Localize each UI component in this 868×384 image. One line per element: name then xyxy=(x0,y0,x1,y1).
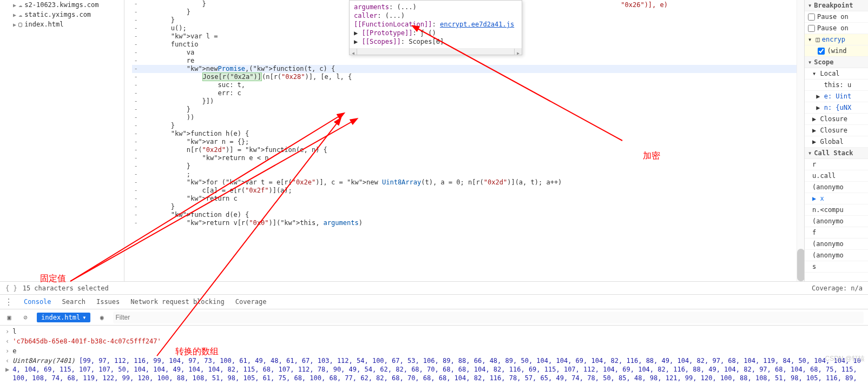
console-input-row: ›l xyxy=(0,327,868,336)
scope-item[interactable]: ▶ Global xyxy=(805,136,868,148)
scope-item[interactable]: ▶ e: Uint xyxy=(805,91,868,102)
eye-icon[interactable]: ◉ xyxy=(97,313,107,322)
callstack-frame[interactable]: ▶ x xyxy=(805,193,868,204)
scrollbar[interactable] xyxy=(797,0,804,281)
function-tooltip: "0x26")], e) arguments: (...) caller: (.… xyxy=(349,0,522,55)
callstack-frame[interactable]: r xyxy=(805,159,868,170)
scope-item[interactable]: ▶ n: {uNX xyxy=(805,102,868,114)
console-input-row: ›e xyxy=(0,346,868,356)
callstack-frame[interactable]: (anonymo xyxy=(805,216,868,227)
scope-item: this: u xyxy=(805,80,868,91)
sidebar-toggle-icon[interactable]: ▣ xyxy=(4,313,14,322)
selection-status: 15 characters selected xyxy=(23,284,109,292)
cloud-icon: ☁ xyxy=(18,11,22,18)
clear-console-icon[interactable]: ⊘ xyxy=(21,313,30,322)
function-location-link[interactable]: encrypt.ee7d2a41.js xyxy=(440,21,514,28)
tab-network-blocking[interactable]: Network request blocking xyxy=(130,298,224,306)
tab-console[interactable]: Console xyxy=(24,298,51,306)
scope-item[interactable]: ▾ Local xyxy=(805,68,868,80)
console-toolbar: ▣ ⊘ index.html▾ ◉ xyxy=(0,309,868,326)
coverage-status: Coverage: n/a xyxy=(812,284,863,292)
cloud-icon: ☁ xyxy=(18,1,22,9)
breakpoints-header[interactable]: ▾Breakpoint xyxy=(805,0,868,11)
console-output: ›l ‹'c7b645db-65e8-401f-b38c-4c07c5fff24… xyxy=(0,326,868,384)
tree-item[interactable]: ▶▢index.html xyxy=(2,19,122,29)
callstack-frame[interactable]: u.call xyxy=(805,170,868,182)
scope-header[interactable]: ▾Scope xyxy=(805,57,868,68)
filter-input[interactable] xyxy=(113,312,864,323)
callstack-frame[interactable]: (anonymo xyxy=(805,250,868,261)
tree-item[interactable]: ▶☁static.yximgs.com xyxy=(2,10,122,19)
file-tree: ▶☁s2-10623.kwimgs.com ▶☁static.yximgs.co… xyxy=(0,0,124,281)
callstack-frame[interactable]: n.<compu xyxy=(805,204,868,216)
callstack-frame[interactable]: f xyxy=(805,227,868,239)
code-editor[interactable]: - }- }- }- u();- "kw">var l =- functio- … xyxy=(124,0,804,281)
debugger-sidebar: ▾Breakpoint Pause on Pause on ▾ ◫ encryp… xyxy=(804,0,868,281)
more-icon[interactable]: ⋮ xyxy=(4,297,13,307)
scope-item[interactable]: ▶ Closure xyxy=(805,114,868,125)
pause-checkbox[interactable]: Pause on xyxy=(805,11,868,23)
format-icon[interactable]: { } xyxy=(5,284,17,292)
drawer-tabs: ⋮ Console Search Issues Network request … xyxy=(0,294,868,309)
callstack-header[interactable]: ▾Call Stack xyxy=(805,148,868,159)
callstack-frame[interactable]: s xyxy=(805,261,868,273)
watermark: CSDN @轩辕 xyxy=(825,354,865,363)
tree-item[interactable]: ▶☁s2-10623.kwimgs.com xyxy=(2,0,122,10)
status-bar: { } 15 characters selected Coverage: n/a xyxy=(0,281,868,294)
context-selector[interactable]: index.html▾ xyxy=(37,313,90,322)
xhr-breakpoint[interactable]: ▾ ◫ encryp xyxy=(805,34,868,45)
console-output-row[interactable]: ‹ ▶Uint8Array(7401) [99, 97, 112, 116, 9… xyxy=(0,356,868,384)
pause-checkbox[interactable]: Pause on xyxy=(805,23,868,34)
tab-coverage[interactable]: Coverage xyxy=(235,298,267,306)
doc-icon: ▢ xyxy=(18,21,22,28)
callstack-frame[interactable]: (anonymo xyxy=(805,182,868,193)
xhr-breakpoint-sub[interactable]: (wind xyxy=(805,45,868,57)
console-output-row: ‹'c7b645db-65e8-401f-b38c-4c07c5fff247' xyxy=(0,336,868,346)
tab-search[interactable]: Search xyxy=(62,298,86,306)
callstack-frame[interactable]: (anonymo xyxy=(805,239,868,250)
scope-item[interactable]: ▶ Closure xyxy=(805,125,868,136)
tooltip-scrollbar[interactable]: ◂▸ xyxy=(350,48,522,55)
tab-issues[interactable]: Issues xyxy=(96,298,120,306)
